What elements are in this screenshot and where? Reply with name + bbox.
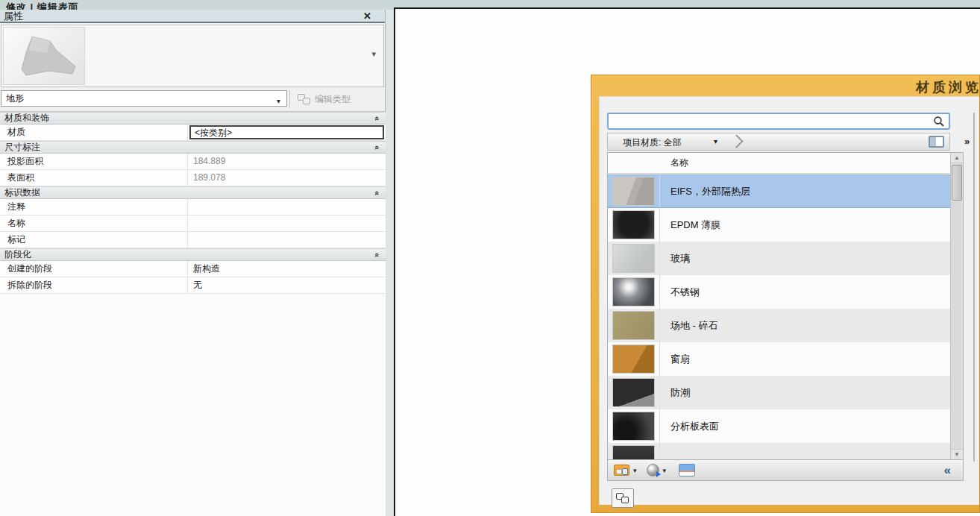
material-name: 窗扇 <box>660 353 950 366</box>
project-materials-dropdown[interactable]: 项目材质: 全部 <box>623 136 682 149</box>
chevron-down-icon[interactable]: ▾ <box>371 49 376 59</box>
properties-title: 属性 <box>4 10 23 22</box>
collapse-section-icon[interactable]: « <box>373 145 382 149</box>
edit-type-icon <box>298 94 311 105</box>
group-title: 阶段化 <box>4 248 31 261</box>
family-type-value: 地形 <box>6 93 24 104</box>
search-icon[interactable] <box>933 116 945 130</box>
property-row-mark: 标记 <box>0 232 386 248</box>
family-type-dropdown[interactable]: 地形 ▾ <box>1 90 287 107</box>
material-thumbnail <box>612 412 655 441</box>
list-item[interactable]: 场地 - 碎石 <box>608 309 950 342</box>
properties-panel-header: 属性 ✕ <box>0 10 385 23</box>
scrollbar-thumb[interactable] <box>952 165 962 201</box>
collapse-section-icon[interactable]: « <box>373 116 382 120</box>
type-preview-image <box>3 27 85 85</box>
property-label: 注释 <box>0 199 188 215</box>
material-browser-dialog: 材质浏览器 项目材质: 全部 ▾ » 名称 EIFS，外部 <box>591 75 980 513</box>
property-label: 拆除的阶段 <box>0 277 188 293</box>
chevron-down-icon: ▾ <box>277 94 280 109</box>
list-item[interactable]: 分析板表面 <box>608 409 950 443</box>
dialog-options-button[interactable] <box>612 488 634 508</box>
chevron-down-icon[interactable]: ▾ <box>663 467 667 474</box>
material-value-field[interactable]: <按类别> <box>189 125 384 139</box>
material-search-box <box>607 113 950 130</box>
list-item[interactable]: 窗扇 <box>608 342 950 376</box>
thumbnail-cell <box>608 342 660 376</box>
property-label: 材质 <box>0 125 188 140</box>
property-row-name: 名称 <box>0 215 386 232</box>
search-input[interactable] <box>612 115 925 128</box>
material-thumbnail <box>612 244 655 273</box>
collapse-section-icon[interactable]: « <box>373 190 382 195</box>
material-thumbnail <box>612 210 655 239</box>
thumbnail-cell <box>608 208 660 242</box>
material-name: 玻璃 <box>660 252 950 265</box>
thumbnail-cell <box>608 309 660 342</box>
property-row-phase-demolished: 拆除的阶段 无 <box>0 277 386 294</box>
thumbnail-cell <box>608 443 660 459</box>
type-selector[interactable]: ▾ <box>1 25 384 87</box>
thumbnail-cell <box>608 275 660 309</box>
property-value-input[interactable] <box>188 232 386 248</box>
material-list: 名称 EIFS，外部隔热层 EPDM 薄膜 玻璃 不锈钢 <box>607 152 964 460</box>
property-label: 创建的阶段 <box>0 261 188 277</box>
collapse-panel-button[interactable]: « <box>944 463 951 478</box>
material-filter-bar: 项目材质: 全部 ▾ <box>607 133 950 151</box>
material-thumbnail <box>612 177 655 206</box>
dialog-title: 材质浏览器 <box>916 78 980 96</box>
pane-splitter[interactable] <box>973 113 975 462</box>
chevron-down-icon[interactable]: ▾ <box>633 467 637 474</box>
edit-type-button[interactable]: 编辑类型 <box>289 90 384 108</box>
material-thumbnail <box>612 378 655 407</box>
group-header-materials[interactable]: 材质和装饰 « <box>0 112 386 125</box>
material-name: 防潮 <box>660 386 950 400</box>
list-item[interactable]: EPDM 薄膜 <box>608 208 950 242</box>
property-label: 名称 <box>0 215 188 231</box>
list-item[interactable]: 玻璃 <box>608 242 950 275</box>
property-value-input[interactable] <box>188 199 386 215</box>
property-value-input[interactable]: 无 <box>188 277 386 293</box>
close-icon[interactable]: ✕ <box>363 10 371 22</box>
dialog-body: 项目材质: 全部 ▾ » 名称 EIFS，外部隔热层 EPDM 薄膜 玻璃 <box>599 96 979 505</box>
property-value-input[interactable]: 新构造 <box>188 261 386 277</box>
library-panel-toggle-icon[interactable] <box>929 136 944 148</box>
list-column-header-name[interactable]: 名称 <box>608 153 963 174</box>
scroll-up-icon[interactable]: ▲ <box>951 153 963 163</box>
list-scrollbar[interactable]: ▲ ▼ <box>950 153 963 459</box>
list-item[interactable]: 防潮 <box>608 376 950 409</box>
list-item-partial[interactable] <box>608 443 950 459</box>
material-name: EPDM 薄膜 <box>660 218 950 232</box>
create-material-icon[interactable] <box>647 464 659 476</box>
group-header-identity-data[interactable]: 标识数据 « <box>0 186 386 199</box>
scroll-down-icon[interactable]: ▼ <box>951 449 963 459</box>
open-asset-browser-icon[interactable] <box>679 464 695 476</box>
group-header-dimensions[interactable]: 尺寸标注 « <box>0 141 386 154</box>
material-thumbnail <box>612 344 655 374</box>
list-item[interactable]: 不锈钢 <box>608 275 950 309</box>
properties-panel: 属性 ✕ ▾ 地形 ▾ 编辑类型 材质和装饰 « 材质 <按类别> <box>0 10 386 516</box>
thumbnail-cell <box>608 376 660 409</box>
property-row-phase-created: 创建的阶段 新构造 <box>0 261 386 277</box>
property-row-material: 材质 <按类别> <box>0 125 386 141</box>
material-thumbnail <box>612 277 655 306</box>
property-value: 189.078 <box>188 170 386 186</box>
edit-type-label: 编辑类型 <box>315 93 351 106</box>
chevron-down-icon[interactable]: ▾ <box>714 137 717 145</box>
material-name: EIFS，外部隔热层 <box>660 185 950 198</box>
material-thumbnail <box>612 445 655 459</box>
list-item[interactable]: EIFS，外部隔热层 <box>608 174 950 208</box>
context-tab-modify-edit-surface[interactable]: 修改 | 编辑表面 <box>6 1 79 10</box>
material-name: 分析板表面 <box>660 420 950 433</box>
property-value-cell: <按类别> <box>188 125 386 140</box>
property-row-projected-area: 投影面积 184.889 <box>0 154 386 170</box>
overflow-button[interactable]: » <box>964 136 970 147</box>
property-value: 184.889 <box>188 154 386 169</box>
collapse-section-icon[interactable]: « <box>373 252 382 257</box>
group-header-phasing[interactable]: 阶段化 « <box>0 248 386 261</box>
breadcrumb-chevron-icon <box>729 134 743 148</box>
group-title: 标识数据 <box>4 186 40 199</box>
property-value-input[interactable] <box>188 215 386 231</box>
open-library-icon[interactable] <box>614 465 629 476</box>
material-name: 不锈钢 <box>660 286 950 299</box>
